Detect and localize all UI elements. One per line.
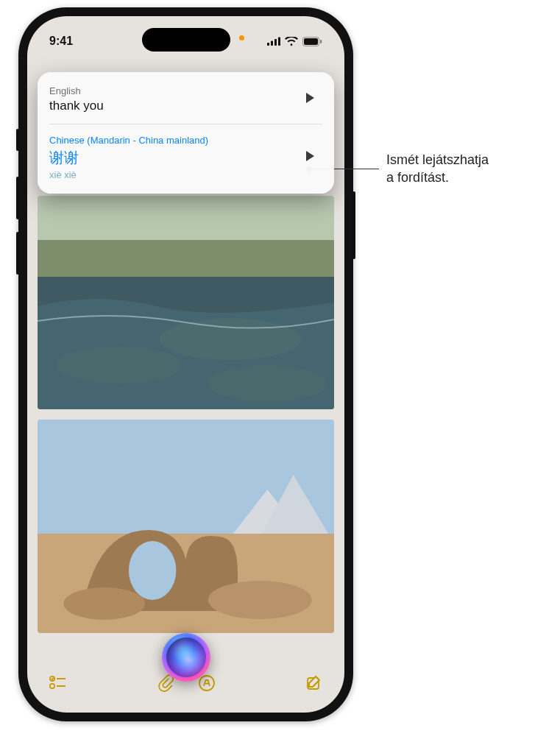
source-text: thank you bbox=[49, 99, 104, 113]
play-translation-button[interactable] bbox=[297, 145, 322, 170]
silent-switch bbox=[16, 129, 19, 151]
translation-target-row: Chinese (Mandarin - China mainland) 谢谢 x… bbox=[49, 132, 322, 184]
checklist-icon bbox=[49, 675, 66, 694]
callout-line-1: Ismét lejátszhatja bbox=[386, 152, 489, 167]
status-time: 9:41 bbox=[49, 35, 73, 48]
callout-line-2: a fordítást. bbox=[386, 170, 449, 185]
siri-orb[interactable] bbox=[162, 633, 210, 682]
iphone-screen: 9:41 bbox=[27, 16, 344, 713]
volume-up-button bbox=[16, 177, 19, 219]
svg-point-19 bbox=[208, 581, 312, 619]
side-button bbox=[352, 191, 355, 259]
microphone-indicator-dot bbox=[239, 35, 244, 40]
svg-rect-2 bbox=[274, 39, 277, 46]
markup-icon bbox=[198, 674, 216, 695]
svg-marker-21 bbox=[306, 151, 314, 161]
svg-rect-5 bbox=[304, 38, 318, 45]
checklist-button[interactable] bbox=[48, 675, 67, 694]
source-language-label: English bbox=[49, 85, 104, 97]
status-right-cluster bbox=[267, 37, 322, 46]
play-source-button[interactable] bbox=[297, 87, 322, 112]
svg-point-23 bbox=[50, 684, 54, 688]
attach-button[interactable] bbox=[156, 675, 175, 694]
svg-marker-20 bbox=[306, 93, 314, 103]
svg-rect-1 bbox=[271, 41, 273, 46]
callout-text: Ismét lejátszhatja a fordítást. bbox=[386, 151, 489, 187]
dynamic-island bbox=[142, 28, 230, 52]
siri-translation-card: English thank you Chinese (Mandarin - Ch… bbox=[38, 72, 334, 194]
svg-rect-6 bbox=[320, 40, 322, 43]
background-photo-river bbox=[38, 196, 334, 409]
background-photo-desert-arch bbox=[38, 420, 334, 633]
target-romanization: xiè xiè bbox=[49, 169, 208, 180]
markup-button[interactable] bbox=[197, 675, 216, 694]
battery-icon bbox=[302, 37, 322, 46]
compose-button[interactable] bbox=[305, 675, 324, 694]
cellular-icon bbox=[267, 37, 280, 46]
svg-rect-3 bbox=[278, 38, 280, 46]
wifi-icon bbox=[285, 37, 298, 46]
translation-source-row: English thank you bbox=[49, 82, 322, 116]
callout: Ismét lejátszhatja a fordítást. bbox=[309, 151, 552, 187]
svg-point-18 bbox=[63, 587, 145, 620]
translation-target-block: Chinese (Mandarin - China mainland) 谢谢 x… bbox=[49, 135, 208, 181]
compose-icon bbox=[305, 674, 323, 695]
svg-rect-0 bbox=[267, 43, 269, 46]
target-text: 谢谢 bbox=[49, 148, 208, 168]
play-icon bbox=[305, 92, 315, 107]
svg-point-17 bbox=[129, 541, 176, 600]
figure-stage: 9:41 bbox=[0, 0, 560, 742]
card-divider bbox=[49, 124, 322, 124]
volume-down-button bbox=[16, 232, 19, 275]
paperclip-icon bbox=[157, 674, 174, 695]
play-icon bbox=[305, 150, 315, 165]
translation-source-block: English thank you bbox=[49, 85, 104, 113]
target-language-label: Chinese (Mandarin - China mainland) bbox=[49, 135, 208, 147]
iphone-frame: 9:41 bbox=[18, 7, 353, 721]
